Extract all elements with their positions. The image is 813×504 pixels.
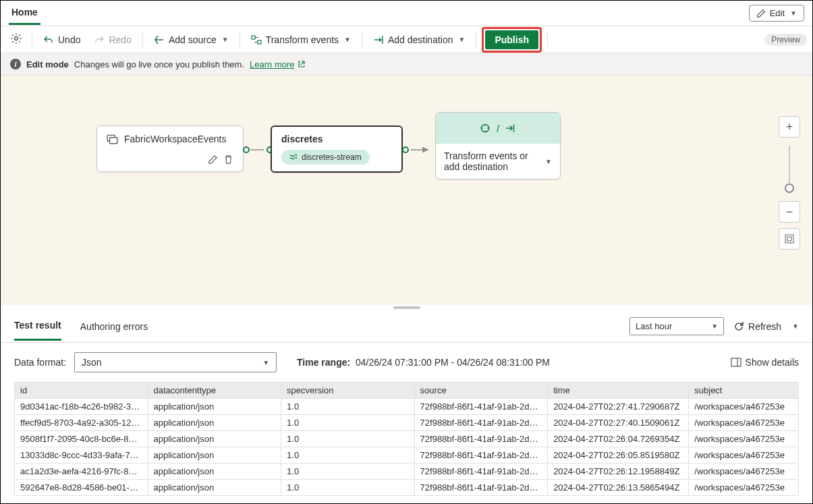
- refresh-button[interactable]: Refresh: [733, 321, 781, 332]
- cell-id: 9d0341ac-f18b-4c26-b982-35a1d1f: [15, 399, 148, 415]
- cell-subject: /workspaces/a467253e: [689, 464, 799, 480]
- tab-home[interactable]: Home: [9, 1, 40, 25]
- cell-source: 72f988bf-86f1-41af-91ab-2d7cd01: [414, 431, 548, 447]
- cell-time: 2024-04-27T02:26:05.8519580Z: [548, 447, 689, 464]
- transform-events-button[interactable]: Transform events ▼: [246, 30, 356, 49]
- cell-time: 2024-04-27T02:26:04.7269354Z: [548, 431, 689, 447]
- canvas[interactable]: FabricWorkspaceEvents discretes discrete…: [1, 76, 812, 305]
- cell-datacontenttype: application/json: [148, 464, 281, 480]
- source-node[interactable]: FabricWorkspaceEvents: [96, 125, 244, 172]
- results-panel: Test result Authoring errors Last hour ▼…: [1, 310, 812, 503]
- tab-authoring-errors[interactable]: Authoring errors: [80, 313, 148, 340]
- tab-test-result[interactable]: Test result: [14, 312, 61, 341]
- publish-button[interactable]: Publish: [485, 30, 538, 49]
- preview-badge: Preview: [764, 34, 807, 46]
- destination-node[interactable]: / Transform events or add destination ▼: [435, 112, 561, 179]
- add-source-icon: [154, 34, 165, 45]
- col-id[interactable]: id: [15, 383, 148, 399]
- cell-datacontenttype: application/json: [148, 431, 281, 447]
- col-source[interactable]: source: [414, 383, 548, 399]
- cell-subject: /workspaces/a467253e: [689, 399, 799, 415]
- svg-rect-2: [258, 40, 261, 44]
- cell-time: 2024-04-27T02:26:12.1958849Z: [548, 464, 689, 480]
- transform-icon: [479, 122, 491, 134]
- pencil-icon: [756, 9, 766, 18]
- redo-button[interactable]: Redo: [88, 30, 136, 49]
- cell-specversion: 1.0: [281, 447, 415, 464]
- table-row[interactable]: ac1a2d3e-aefa-4216-97fc-8b43d70applicati…: [15, 464, 799, 480]
- cell-id: 9508f1f7-2095-40c8-bc6e-82bc942: [15, 431, 148, 447]
- col-datacontenttype[interactable]: datacontenttype: [148, 383, 281, 399]
- chevron-down-icon: ▼: [222, 36, 229, 43]
- stream-icon: [289, 153, 298, 161]
- edit-button[interactable]: Edit ▼: [749, 5, 804, 22]
- chevron-down-icon: ▼: [459, 36, 466, 43]
- add-destination-icon: [373, 34, 384, 45]
- workspace-icon: [107, 133, 119, 145]
- add-source-button[interactable]: Add source ▼: [148, 30, 234, 49]
- zoom-in-button[interactable]: +: [779, 116, 800, 138]
- table-header-row: id datacontenttype specversion source ti…: [15, 383, 799, 399]
- info-message: Changes will go live once you publish th…: [74, 59, 244, 69]
- cell-datacontenttype: application/json: [148, 447, 281, 464]
- port-out[interactable]: [243, 146, 250, 153]
- cell-time: 2024-04-27T02:26:13.5865494Z: [548, 480, 689, 496]
- cell-datacontenttype: application/json: [148, 480, 281, 496]
- fit-button[interactable]: [779, 228, 800, 250]
- svg-rect-4: [110, 138, 117, 144]
- show-details-button[interactable]: Show details: [731, 357, 799, 368]
- info-icon: i: [10, 59, 21, 69]
- col-time[interactable]: time: [548, 383, 689, 399]
- cell-specversion: 1.0: [281, 464, 415, 480]
- results-table: id datacontenttype specversion source ti…: [14, 382, 799, 496]
- cell-source: 72f988bf-86f1-41af-91ab-2d7cd01: [414, 447, 548, 464]
- cell-subject: /workspaces/a467253e: [689, 415, 799, 431]
- zoom-out-button[interactable]: −: [779, 201, 800, 223]
- fit-icon: [785, 234, 794, 244]
- cell-subject: /workspaces/a467253e: [689, 447, 799, 464]
- stream-node[interactable]: discretes discretes-stream: [271, 125, 403, 173]
- settings-button[interactable]: [6, 28, 26, 51]
- cell-subject: /workspaces/a467253e: [689, 480, 799, 496]
- col-subject[interactable]: subject: [689, 383, 799, 399]
- stream-pill[interactable]: discretes-stream: [281, 150, 370, 165]
- cell-specversion: 1.0: [281, 431, 415, 447]
- zoom-controls: + −: [779, 116, 800, 250]
- cell-source: 72f988bf-86f1-41af-91ab-2d7cd01: [414, 464, 548, 480]
- cell-datacontenttype: application/json: [148, 399, 281, 415]
- resize-grip[interactable]: [1, 305, 812, 310]
- undo-button[interactable]: Undo: [38, 30, 86, 49]
- cell-specversion: 1.0: [281, 399, 415, 415]
- data-format-select[interactable]: Json ▼: [74, 352, 277, 372]
- col-specversion[interactable]: specversion: [281, 383, 415, 399]
- edit-label: Edit: [770, 8, 785, 18]
- table-row[interactable]: 9d0341ac-f18b-4c26-b982-35a1d1fapplicati…: [15, 399, 799, 415]
- time-window-select[interactable]: Last hour ▼: [629, 317, 724, 335]
- svg-rect-8: [731, 358, 741, 366]
- gear-icon: [10, 32, 22, 45]
- edges: [1, 76, 812, 305]
- refresh-icon: [733, 321, 744, 332]
- chevron-down-icon[interactable]: ▼: [792, 323, 799, 330]
- table-row[interactable]: 9508f1f7-2095-40c8-bc6e-82bc942applicati…: [15, 431, 799, 447]
- svg-rect-1: [252, 36, 255, 39]
- data-format-label: Data format:: [14, 357, 66, 368]
- pencil-icon[interactable]: [208, 155, 218, 165]
- svg-point-0: [15, 37, 18, 40]
- chevron-down-icon[interactable]: ▼: [545, 158, 552, 165]
- top-tab-bar: Home Edit ▼: [1, 1, 812, 26]
- transform-icon: [251, 34, 262, 45]
- cell-time: 2024-04-27T02:27:40.1509061Z: [548, 415, 689, 431]
- zoom-slider[interactable]: [789, 146, 790, 193]
- port-out[interactable]: [402, 146, 409, 153]
- chevron-down-icon: ▼: [344, 36, 351, 43]
- zoom-thumb[interactable]: [785, 184, 794, 193]
- cell-subject: /workspaces/a467253e: [689, 431, 799, 447]
- table-row[interactable]: 13033d8c-9ccc-4d33-9afa-73f5c95applicati…: [15, 447, 799, 464]
- cell-source: 72f988bf-86f1-41af-91ab-2d7cd01: [414, 399, 548, 415]
- table-row[interactable]: ffecf9d5-8703-4a92-a305-12a423bapplicati…: [15, 415, 799, 431]
- table-row[interactable]: 592647e8-8d28-4586-be01-46df52applicatio…: [15, 480, 799, 496]
- learn-more-link[interactable]: Learn more: [250, 59, 305, 69]
- trash-icon[interactable]: [223, 155, 233, 165]
- add-destination-button[interactable]: Add destination ▼: [368, 30, 470, 49]
